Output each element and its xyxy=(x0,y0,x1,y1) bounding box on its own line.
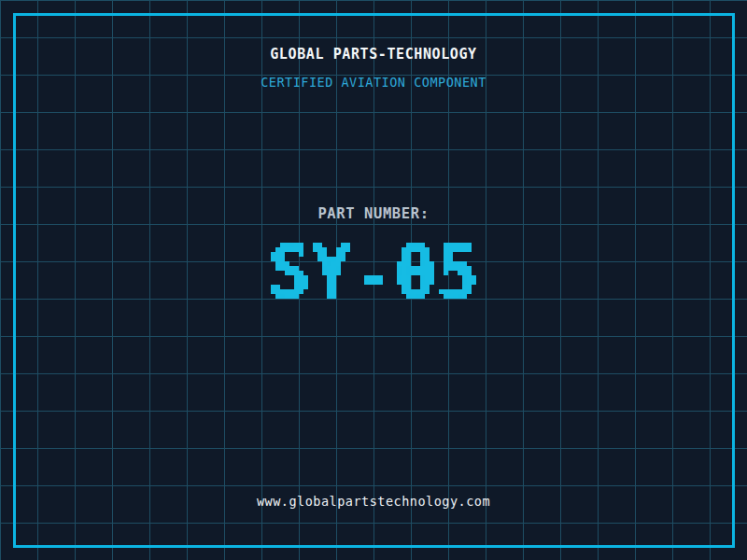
website-url: www.globalpartstechnology.com xyxy=(0,494,747,509)
certification-subtitle: CERTIFIED AVIATION COMPONENT xyxy=(0,75,747,90)
part-number-label: PART NUMBER: xyxy=(0,205,747,222)
part-number-display: SY-05 xyxy=(224,233,523,317)
certificate-page: GLOBAL PARTS-TECHNOLOGY CERTIFIED AVIATI… xyxy=(0,0,747,560)
company-title: GLOBAL PARTS-TECHNOLOGY xyxy=(0,46,747,63)
